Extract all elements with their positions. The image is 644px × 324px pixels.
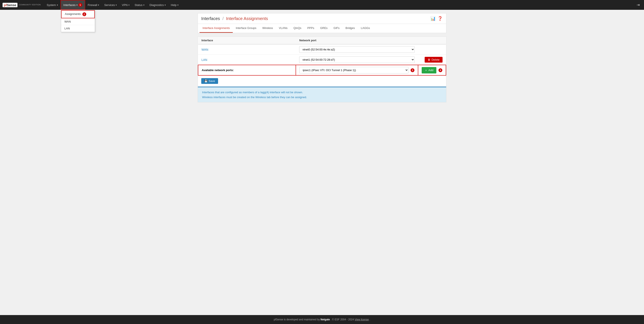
delete-lan-button[interactable]: 🗑 Delete (425, 57, 442, 63)
dropdown-item-lan[interactable]: LAN (61, 25, 95, 32)
available-ports-action-cell: ＋ Add 4 (418, 65, 446, 75)
wan-link[interactable]: WAN (202, 48, 208, 51)
firewall-caret-icon: ▾ (98, 4, 99, 6)
diagnostics-caret-icon: ▾ (164, 4, 166, 6)
brand-text: COMMUNITY EDITION (19, 4, 41, 6)
plus-icon: ＋ (425, 68, 428, 72)
add-button[interactable]: ＋ Add (422, 67, 436, 73)
footer-license-link[interactable]: View license (354, 318, 369, 321)
breadcrumb-separator: / (222, 16, 224, 21)
trash-icon: 🗑 (428, 58, 430, 61)
save-button[interactable]: 💾 Save (201, 78, 218, 84)
breadcrumb-current: Interface Assignments (226, 16, 268, 21)
assignments-card: Interface Network port WAN vtnet0 (52:54… (198, 36, 446, 102)
wan-port-select[interactable]: vtnet0 (52:54:00:4e:4e:a2)vtnet1 (52:54:… (299, 46, 415, 53)
nav-item-status[interactable]: Status ▾ (132, 0, 147, 10)
tabs-bar: Interface Assignments Interface Groups W… (198, 24, 446, 33)
nav-item-help[interactable]: Help ▾ (168, 0, 181, 10)
delete-action-wrapper: 🗑 Delete (422, 57, 442, 63)
tab-interface-groups[interactable]: Interface Groups (233, 24, 260, 33)
lan-interface-cell: LAN (198, 55, 296, 65)
navbar: pfSense COMMUNITY EDITION System ▾ Inter… (0, 0, 644, 10)
save-icon: 💾 (204, 79, 208, 83)
pfsense-logo-box: pfSense (2, 3, 18, 7)
lan-link[interactable]: LAN (202, 58, 207, 61)
help-icon-button[interactable]: ❓ (438, 16, 443, 21)
nav-item-vpn[interactable]: VPN ▾ (119, 0, 132, 10)
footer-brand: Netgate (320, 318, 330, 321)
help-caret-icon: ▾ (178, 4, 178, 6)
page-header: Interfaces / Interface Assignments 📊 ❓ (198, 13, 446, 24)
assignments-table: Interface Network port WAN vtnet0 (52:54… (198, 37, 446, 76)
table-row: LAN vtnet0 (52:54:00:4e:4e:a2)vtnet1 (52… (198, 55, 446, 65)
add-badge: 4 (438, 68, 442, 72)
tab-wireless[interactable]: Wireless (260, 24, 276, 33)
wan-port-cell: vtnet0 (52:54:00:4e:4e:a2)vtnet1 (52:54:… (296, 44, 418, 55)
info-box: Interfaces that are configured as member… (198, 87, 446, 102)
breadcrumb-parent: Interfaces (201, 16, 220, 21)
available-ports-label-cell: Available network ports: (198, 65, 296, 75)
status-caret-icon: ▾ (143, 4, 144, 6)
wan-interface-cell: WAN (198, 44, 296, 55)
interfaces-dropdown: Assignments 2 WAN LAN (61, 10, 95, 32)
services-caret-icon: ▾ (116, 4, 117, 6)
interfaces-badge: 1 (78, 3, 82, 7)
tab-gres[interactable]: GREs (317, 24, 330, 33)
available-ports-badge: 3 (410, 68, 414, 72)
page-wrapper: Interfaces / Interface Assignments 📊 ❓ I… (194, 10, 450, 106)
available-ports-select[interactable]: ipsec1 (IPsec VTI: OCI Tunnel 1 (Phase 1… (300, 67, 408, 73)
header-icons: 📊 ❓ (430, 16, 443, 21)
caret-icon: ▾ (57, 4, 58, 6)
nav-items: System ▾ Interfaces ▾ 1 Assignments 2 WA… (44, 0, 635, 10)
available-ports-row: Available network ports: ipsec1 (IPsec V… (198, 65, 446, 75)
add-action-wrapper: ＋ Add 4 (422, 67, 442, 73)
brand-sub: COMMUNITY EDITION (19, 4, 41, 6)
tab-ppps[interactable]: PPPs (304, 24, 317, 33)
interfaces-caret-icon: ▾ (76, 4, 78, 6)
dropdown-item-wan[interactable]: WAN (61, 18, 95, 25)
dropdown-item-assignments[interactable]: Assignments 2 (61, 10, 95, 18)
col-header-interface: Interface (198, 37, 296, 44)
tab-interface-assignments[interactable]: Interface Assignments (200, 24, 233, 33)
nav-item-system[interactable]: System ▾ (44, 0, 60, 10)
brand-logo: pfSense COMMUNITY EDITION (2, 3, 41, 7)
nav-right: ⇥ (635, 2, 642, 7)
tab-laggs[interactable]: LAGGs (358, 24, 373, 33)
wan-action-cell (418, 44, 446, 55)
assignments-badge: 2 (82, 12, 86, 16)
tab-gifs[interactable]: GIFs (330, 24, 342, 33)
nav-item-firewall[interactable]: Firewall ▾ (85, 0, 102, 10)
table-row: WAN vtnet0 (52:54:00:4e:4e:a2)vtnet1 (52… (198, 44, 446, 55)
chart-icon-button[interactable]: 📊 (430, 16, 436, 21)
save-row: 💾 Save (198, 76, 446, 87)
tab-qinqs[interactable]: QinQs (290, 24, 304, 33)
footer-text: pfSense is developed and maintained by N… (274, 318, 370, 321)
info-line-1: Interfaces that are configured as member… (202, 91, 442, 94)
lan-port-cell: vtnet0 (52:54:00:4e:4e:a2)vtnet1 (52:54:… (296, 55, 418, 65)
available-ports-select-cell: ipsec1 (IPsec VTI: OCI Tunnel 1 (Phase 1… (296, 65, 418, 75)
footer: pfSense is developed and maintained by N… (0, 315, 644, 324)
nav-item-services[interactable]: Services ▾ (102, 0, 119, 10)
info-line-2: Wireless interfaces must be created on t… (202, 96, 442, 99)
nav-item-interfaces[interactable]: Interfaces ▾ 1 Assignments 2 WAN LAN (60, 0, 85, 10)
logout-icon[interactable]: ⇥ (635, 3, 642, 7)
lan-action-cell: 🗑 Delete (418, 55, 446, 65)
nav-item-diagnostics[interactable]: Diagnostics ▾ (147, 0, 168, 10)
breadcrumb: Interfaces / Interface Assignments (201, 16, 268, 21)
tab-bridges[interactable]: Bridges (342, 24, 358, 33)
lan-port-select[interactable]: vtnet0 (52:54:00:4e:4e:a2)vtnet1 (52:54:… (299, 56, 415, 63)
col-header-network-port: Network port (296, 37, 418, 44)
tab-vlans[interactable]: VLANs (276, 24, 290, 33)
vpn-caret-icon: ▾ (128, 4, 130, 6)
